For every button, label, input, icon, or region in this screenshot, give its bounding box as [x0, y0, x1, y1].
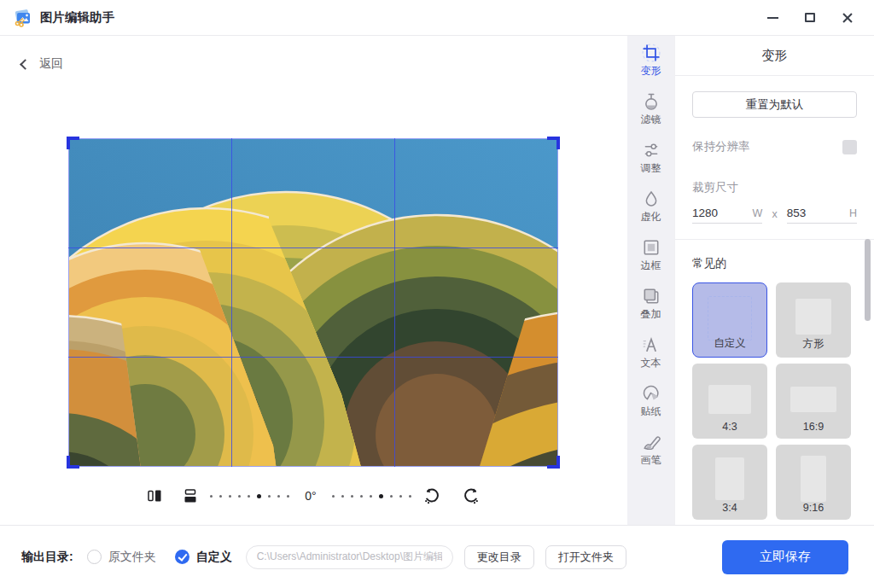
width-unit-label: W [753, 207, 763, 219]
transform-panel: 变形 重置为默认 保持分辨率 裁剪尺寸 1280 W x 853 H 常见的 [674, 36, 874, 525]
preset-3-4-thumb [715, 457, 744, 500]
crop-grid-vline-2 [394, 138, 395, 467]
preset-9-16-thumb [801, 456, 826, 502]
crop-frame [68, 138, 558, 467]
app-window: 图片编辑助手 返回 [0, 0, 874, 588]
preset-grid: 自定义 方形 4:3 16:9 3:4 [692, 282, 857, 520]
preset-9-16[interactable]: 9:16 [776, 445, 851, 520]
flip-vertical-icon [183, 488, 198, 504]
output-dir-label: 输出目录: [21, 550, 73, 565]
keep-resolution-label: 保持分辨率 [692, 139, 750, 154]
preset-square-thumb [795, 299, 831, 335]
chevron-left-icon [20, 59, 31, 70]
reset-default-button[interactable]: 重置为默认 [692, 91, 857, 118]
height-value: 853 [787, 207, 807, 219]
preset-16-9[interactable]: 16:9 [776, 364, 851, 439]
flip-horizontal-button[interactable] [147, 488, 162, 504]
panel-divider [675, 239, 874, 240]
rotate-cw-button[interactable] [463, 487, 480, 504]
crop-grid-hline-2 [68, 357, 558, 358]
width-field[interactable]: 1280 W [692, 207, 762, 224]
maximize-button[interactable] [802, 10, 818, 26]
edit-canvas[interactable] [68, 138, 558, 467]
preset-4-3[interactable]: 4:3 [692, 364, 767, 439]
panel-title: 变形 [675, 36, 874, 76]
preset-custom-thumb [708, 296, 752, 341]
preset-custom[interactable]: 自定义 [692, 282, 767, 358]
app-title: 图片编辑助手 [40, 9, 114, 26]
output-path-input[interactable] [246, 545, 453, 569]
flask-icon [642, 92, 661, 111]
width-value: 1280 [692, 207, 718, 219]
rotation-angle-value: 0° [301, 489, 320, 503]
radio-original-label: 原文件夹 [108, 550, 156, 565]
radio-custom[interactable]: 自定义 [175, 550, 232, 565]
transform-toolbar: 0° [68, 482, 558, 509]
rotate-ccw-icon [423, 487, 440, 504]
overlay-icon [642, 287, 661, 306]
crop-grid-hline-1 [68, 247, 558, 248]
save-now-button[interactable]: 立即保存 [722, 540, 848, 574]
maximize-icon [805, 13, 815, 22]
tool-transform[interactable]: 变形 [627, 44, 674, 92]
radio-custom-label: 自定义 [196, 550, 232, 565]
rotate-ccw-button[interactable] [423, 487, 440, 504]
brush-icon [642, 433, 661, 451]
minimize-icon [767, 17, 778, 19]
tool-text[interactable]: 文本 [627, 335, 674, 384]
flip-vertical-button[interactable] [183, 488, 198, 504]
tool-border[interactable]: 边框 [627, 238, 674, 287]
preset-3-4[interactable]: 3:4 [692, 445, 767, 520]
text-icon [642, 335, 661, 354]
minimize-button[interactable] [765, 10, 780, 26]
radio-original-circle [87, 550, 102, 564]
radio-custom-circle-checked [175, 550, 189, 564]
back-button[interactable]: 返回 [21, 56, 63, 72]
rotation-slider-left[interactable] [210, 494, 289, 498]
tool-overlay[interactable]: 叠加 [627, 287, 674, 335]
crop-grid-vline-1 [231, 138, 232, 467]
sliders-icon [642, 141, 661, 160]
close-button[interactable] [840, 10, 855, 26]
rotation-slider-right[interactable] [332, 494, 411, 498]
tool-brush[interactable]: 画笔 [627, 433, 674, 481]
crop-icon [642, 44, 661, 62]
keep-resolution-checkbox[interactable] [842, 140, 857, 154]
height-unit-label: H [849, 207, 857, 219]
tool-adjust[interactable]: 调整 [627, 141, 674, 189]
times-symbol: x [772, 208, 777, 220]
crop-handle-top-left[interactable] [67, 137, 79, 149]
crop-size-label: 裁剪尺寸 [692, 180, 857, 195]
tool-sticker[interactable]: 贴纸 [627, 384, 674, 433]
window-controls [765, 10, 862, 26]
height-field[interactable]: 853 H [787, 207, 857, 224]
output-bar: 输出目录: 原文件夹 自定义 更改目录 打开文件夹 立即保存 [0, 525, 874, 588]
crop-handle-bottom-left[interactable] [67, 456, 79, 469]
rotate-cw-icon [463, 487, 480, 504]
flip-horizontal-icon [147, 488, 162, 504]
open-folder-button[interactable]: 打开文件夹 [545, 545, 626, 569]
title-bar: 图片编辑助手 [0, 0, 874, 36]
panel-scrollbar[interactable] [865, 239, 871, 321]
crop-handle-top-right[interactable] [547, 137, 560, 149]
preset-square[interactable]: 方形 [776, 282, 851, 358]
tool-filter[interactable]: 滤镜 [627, 92, 674, 141]
tool-blur[interactable]: 虚化 [627, 189, 674, 238]
tool-sidebar: 变形 滤镜 调整 虚化 [627, 36, 674, 525]
back-label: 返回 [39, 56, 63, 72]
close-icon [842, 12, 854, 24]
app-logo-icon [12, 8, 32, 28]
sticker-icon [642, 384, 661, 403]
crop-handle-bottom-right[interactable] [547, 456, 560, 469]
common-presets-label: 常见的 [692, 256, 857, 271]
frame-icon [642, 238, 661, 257]
radio-original-folder[interactable]: 原文件夹 [87, 550, 156, 565]
preset-4-3-thumb [708, 385, 751, 414]
water-drop-icon [642, 189, 661, 208]
preset-16-9-thumb [790, 387, 836, 412]
change-directory-button[interactable]: 更改目录 [464, 545, 534, 569]
